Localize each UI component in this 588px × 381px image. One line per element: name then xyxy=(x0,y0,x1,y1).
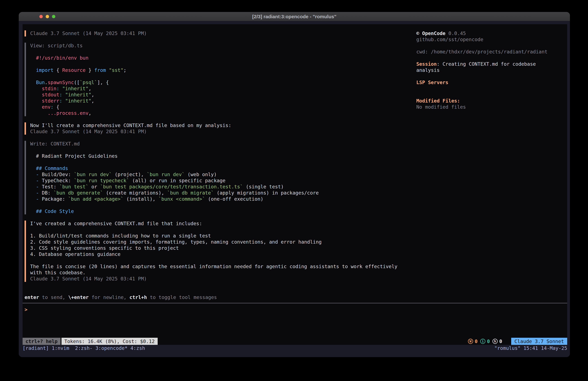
diagnostic-warning: W0 xyxy=(468,338,478,344)
terminal-line: Modified Files: xyxy=(416,98,567,104)
message-block: Claude 3.7 Sonnet (14 May 2025 03:41 PM) xyxy=(24,30,398,37)
terminal-line: analysis xyxy=(416,67,567,73)
diagnostic-info: i0 xyxy=(480,338,490,344)
terminal-line: ## Code Style xyxy=(30,208,398,214)
terminal-line: 2. Code style guidelines covering import… xyxy=(30,239,398,245)
message-block: I've created a comprehensive CONTEXT.md … xyxy=(24,221,398,282)
terminal-line: import { Resource } from "sst"; xyxy=(30,67,398,73)
tmux-sessions: [radiant] 1:nvim 2:zsh- 3:opencode* 4:zs… xyxy=(22,345,494,351)
terminal-line: 3. CSS styling conventions specific to t… xyxy=(30,245,398,251)
terminal-line: ...process.env, xyxy=(30,110,398,116)
help-chip: ctrl+? help xyxy=(22,338,61,345)
window-title: [2/3] radiant:3:opencode - "romulus" xyxy=(19,12,570,21)
terminal-line xyxy=(30,49,398,55)
terminal-line xyxy=(416,92,567,98)
terminal-line xyxy=(416,55,567,61)
info-icon: i xyxy=(480,339,485,344)
terminal-line xyxy=(30,202,398,208)
terminal-line: View: script/db.ts xyxy=(30,43,398,49)
terminal-screen: Claude 3.7 Sonnet (14 May 2025 03:41 PM)… xyxy=(22,24,567,345)
hint-icon: h xyxy=(492,339,498,344)
terminal-line: stdout: "inherit", xyxy=(30,92,398,98)
terminal-line: © OpenCode 0.0.45 xyxy=(416,30,567,37)
tokens-chip: Tokens: 16.4K (8%), Cost: $0.12 xyxy=(62,338,158,345)
terminal-line: - DB: `bun db generate` (create migratio… xyxy=(30,190,398,196)
terminal-line xyxy=(30,73,398,79)
sidebar: © OpenCode 0.0.45github.com/sst/opencode… xyxy=(416,30,567,110)
terminal-line xyxy=(416,43,567,49)
terminal-line: Claude 3.7 Sonnet (14 May 2025 03:41 PM) xyxy=(30,129,398,135)
terminal-line: - Test: `bun test` or `bun test packages… xyxy=(30,184,398,190)
message-block: View: script/db.ts #!/usr/bin/env bun im… xyxy=(24,43,398,116)
terminal-line: - TypeCheck: `bun run typecheck` (all) o… xyxy=(30,178,398,184)
terminal-line xyxy=(30,147,398,153)
diagnostics: W0i0h0 xyxy=(468,338,502,345)
terminal-line: No modified files xyxy=(416,104,567,110)
input-hint: enter to send, \+enter for newline, ctrl… xyxy=(24,294,217,300)
terminal-window: [2/3] radiant:3:opencode - "romulus" Cla… xyxy=(19,12,570,357)
terminal-line xyxy=(30,257,398,264)
statusbar: ctrl+? help Tokens: 16.4K (8%), Cost: $0… xyxy=(22,338,567,345)
prompt-caret: > xyxy=(24,307,27,312)
hint-count: 0 xyxy=(499,338,502,344)
terminal-line xyxy=(30,61,398,67)
terminal-line: Claude 3.7 Sonnet (14 May 2025 03:41 PM) xyxy=(30,276,398,282)
warning-count: 0 xyxy=(475,338,478,344)
message-block: Now I'll create a comprehensive CONTEXT.… xyxy=(24,122,398,135)
terminal-line: ## Commands xyxy=(30,165,398,171)
terminal-line: Claude 3.7 Sonnet (14 May 2025 03:41 PM) xyxy=(30,30,398,37)
terminal-line xyxy=(30,227,398,233)
statusbar-spacer xyxy=(158,338,468,345)
prompt-input[interactable]: > xyxy=(24,307,27,313)
terminal-line: # Radiant Project Guidelines xyxy=(30,153,398,159)
terminal-line xyxy=(416,86,567,92)
terminal-line xyxy=(416,73,567,79)
terminal-line: 1. Build/lint/test commands including ho… xyxy=(30,233,398,239)
terminal-line: env: { xyxy=(30,104,398,110)
terminal-line: stderr: "inherit", xyxy=(30,98,398,104)
terminal-line: Bun.spawnSync([`psql`], { xyxy=(30,79,398,86)
terminal-line: LSP Servers xyxy=(416,79,567,86)
tmux-clock: "romulus" 15:41 14-May-25 xyxy=(494,345,567,351)
message-list: Claude 3.7 Sonnet (14 May 2025 03:41 PM)… xyxy=(24,30,398,288)
titlebar: [2/3] radiant:3:opencode - "romulus" xyxy=(19,12,570,21)
message-block: Write: CONTEXT.md # Radiant Project Guid… xyxy=(24,141,398,214)
terminal-body: Claude 3.7 Sonnet (14 May 2025 03:41 PM)… xyxy=(19,21,570,357)
terminal-line: with this codebase. xyxy=(30,269,398,276)
info-count: 0 xyxy=(487,338,490,344)
terminal-line: 4. Database operations guidance xyxy=(30,251,398,257)
model-chip: Claude 3.7 Sonnet xyxy=(511,338,567,345)
terminal-line: cwd: /home/thdxr/dev/projects/radiant/ra… xyxy=(416,49,567,55)
tmux-bar: [radiant] 1:nvim 2:zsh- 3:opencode* 4:zs… xyxy=(22,345,567,351)
terminal-line: - Build/Dev: `bun run dev` (project), `b… xyxy=(30,171,398,178)
terminal-line: Now I'll create a comprehensive CONTEXT.… xyxy=(30,122,398,129)
terminal-line: Write: CONTEXT.md xyxy=(30,141,398,147)
warning-icon: W xyxy=(468,339,473,344)
diagnostic-hint: h0 xyxy=(492,338,502,344)
terminal-line: enter to send, \+enter for newline, ctrl… xyxy=(24,294,217,300)
terminal-line: github.com/sst/opencode xyxy=(416,37,567,43)
terminal-line: Session: Creating CONTEXT.md for codebas… xyxy=(416,61,567,67)
input-divider xyxy=(22,303,567,303)
terminal-line xyxy=(30,159,398,165)
terminal-line: I've created a comprehensive CONTEXT.md … xyxy=(30,221,398,227)
terminal-line: stdin: "inherit", xyxy=(30,86,398,92)
terminal-line: #!/usr/bin/env bun xyxy=(30,55,398,61)
terminal-line: - Package: `bun add <package>` (install)… xyxy=(30,196,398,202)
terminal-line: The file is concise (20 lines) and captu… xyxy=(30,264,398,269)
